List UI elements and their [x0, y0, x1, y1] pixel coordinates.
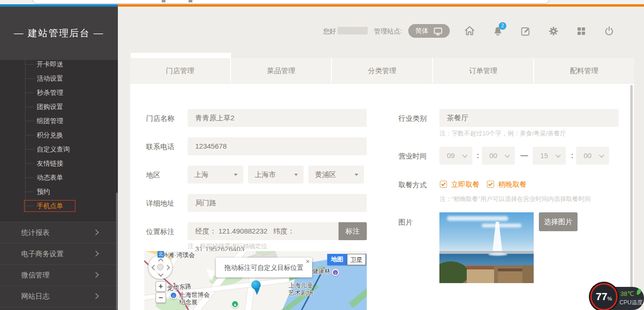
settings-gear-icon[interactable]: [548, 25, 559, 37]
sidebar-item-groupbuy-settings[interactable]: 团购设置: [0, 100, 118, 114]
sidebar-item-custom-query[interactable]: 自定义查询: [0, 142, 118, 156]
sidebar-item-points-exchange[interactable]: 积分兑换: [0, 128, 118, 142]
industry-input[interactable]: 茶餐厅: [439, 109, 619, 127]
open-hour-select[interactable]: 09: [439, 147, 472, 165]
pickup-now-label[interactable]: 立即取餐: [451, 180, 479, 189]
tooltip-close-icon[interactable]: ×: [305, 257, 310, 265]
phone-label: 联系电话: [146, 142, 174, 151]
sidebar-scrollbar[interactable]: [116, 193, 118, 310]
phone-input[interactable]: 12345678: [188, 137, 367, 155]
pan-down-icon[interactable]: [158, 271, 163, 276]
sidebar-section-stats-report[interactable]: 统计报表: [0, 222, 118, 243]
zoom-out-button[interactable]: −: [156, 293, 166, 303]
coordinates-field[interactable]: 经度： 121.490882232 纬度： 31.1952626403: [188, 222, 339, 240]
sidebar-section-ecommerce-settings[interactable]: 电子商务设置: [0, 243, 118, 264]
pickup-later-checkbox[interactable]: [487, 181, 494, 188]
museum-poi-icon: ⌂: [170, 292, 177, 299]
address-input[interactable]: 局门路: [188, 194, 367, 212]
sidebar-section-site-logs[interactable]: 网站日志: [0, 285, 118, 307]
hours-label: 营业时间: [398, 152, 427, 161]
open-minute-select[interactable]: 00: [482, 147, 515, 165]
pickup-now-checkbox[interactable]: [440, 181, 447, 188]
pan-center-knob[interactable]: [157, 264, 164, 270]
sidebar-item-dynamic-forms[interactable]: 动态表单: [0, 170, 118, 184]
industry-note: 注：字数不超过10个字，例：美食/粤菜/茶餐厅: [439, 129, 566, 138]
region-label: 地区: [146, 171, 160, 180]
chevron-right-icon: [93, 251, 99, 257]
map-label-forest: 健康林: [312, 267, 330, 276]
store-name-input[interactable]: 青青原上草2: [188, 109, 367, 127]
chevron-down-icon: [555, 152, 561, 158]
greeting-text: 您好: [323, 27, 336, 36]
image-label: 图片: [398, 218, 413, 227]
browser-address-bar[interactable]: [33, 0, 549, 4]
photo-cloud: [482, 224, 521, 227]
tree-tick: [25, 149, 34, 150]
map-mode-button[interactable]: 地图: [327, 254, 347, 265]
tree-tick: [25, 64, 34, 65]
city-select[interactable]: 上海市: [248, 166, 304, 184]
longitude-label: 经度：: [195, 227, 216, 235]
app-title: — 建站管理后台 —: [0, 7, 118, 60]
language-label: 简体: [415, 27, 429, 35]
industry-label: 行业类别: [398, 114, 427, 123]
sidebar-item-activity-settings[interactable]: 活动设置: [0, 71, 118, 85]
music-poi-icon: ♪: [332, 269, 339, 276]
map-widget[interactable]: 外滩·湾璞会 龙华东路 上海世博会 纪念展 健康林 上海儿童 艺术剧场 ⌂ ▲ …: [144, 251, 367, 310]
sidebar-item-booking[interactable]: 预约: [0, 184, 118, 199]
browser-edge: [0, 0, 644, 4]
home-icon[interactable]: [464, 25, 475, 36]
longitude-value: 121.490882232: [218, 227, 267, 235]
tab-store-management[interactable]: 门店管理: [130, 58, 230, 83]
tree-tick: [25, 135, 34, 135]
tab-order-management[interactable]: 订单管理: [432, 58, 533, 83]
chevron-down-icon: [504, 152, 510, 158]
zoom-in-button[interactable]: +: [156, 281, 166, 292]
pan-left-icon[interactable]: [151, 265, 157, 270]
tree-tick: [25, 177, 34, 178]
check-icon: [488, 182, 493, 186]
active-tab-highlight: [131, 53, 231, 58]
tab-category-management[interactable]: 分类管理: [331, 58, 432, 83]
time-dash: —: [520, 151, 528, 160]
sidebar-item-team-management[interactable]: 组团管理: [0, 114, 118, 128]
north-badge: 北: [157, 251, 164, 258]
content-scrollbar[interactable]: [630, 85, 633, 310]
map-label-expo-2: 纪念展: [179, 298, 198, 307]
tree-tick: [25, 163, 34, 164]
photo-building: [522, 265, 534, 283]
language-pill-button[interactable]: 简体: [408, 24, 450, 38]
satellite-mode-button[interactable]: 卫星: [347, 254, 366, 265]
close-hour-select[interactable]: 15: [533, 147, 566, 165]
pan-up-icon[interactable]: [158, 258, 163, 263]
sidebar-item-card-gift[interactable]: 开卡即送: [0, 57, 118, 71]
district-select[interactable]: 黄浦区: [308, 166, 364, 184]
photo-building: [498, 271, 522, 283]
store-name-label: 门店名称: [146, 114, 174, 123]
map-tooltip-text: 拖动标注可自定义目标位置: [216, 258, 312, 277]
sidebar-item-friend-links[interactable]: 友情链接: [0, 156, 118, 170]
chevron-down-icon: [599, 152, 604, 158]
pickup-later-label[interactable]: 稍晚取餐: [498, 180, 527, 189]
cpu-usage-gauge[interactable]: 77%: [590, 283, 618, 310]
pan-right-icon[interactable]: [165, 265, 170, 270]
cpu-percent-sign: %: [607, 296, 612, 302]
active-item-outline: [24, 200, 75, 212]
map-pan-control[interactable]: [148, 255, 173, 279]
tab-dish-management[interactable]: 菜品管理: [230, 58, 331, 83]
power-icon[interactable]: [603, 25, 615, 37]
sidebar-section-wechat-management[interactable]: 微信管理: [0, 264, 118, 285]
mark-location-button[interactable]: 标注: [339, 222, 367, 240]
map-pin-tail: [254, 288, 260, 295]
apps-grid-icon[interactable]: [576, 25, 587, 37]
close-minute-select[interactable]: 00: [576, 147, 609, 165]
sidebar-item-seckill[interactable]: 秒杀管理: [0, 85, 118, 100]
choose-image-button[interactable]: 选择图片: [539, 212, 578, 231]
tab-ingredient-management[interactable]: 配料管理: [533, 58, 634, 83]
caret-down-icon: [294, 174, 298, 176]
edit-icon[interactable]: [520, 25, 531, 37]
pickup-note: 注：“稍晚取餐”用户可以选择在营业时间内选择取餐时间: [439, 195, 591, 203]
tab-bar: 门店管理 菜品管理 分类管理 订单管理 配料管理: [130, 58, 634, 84]
province-select[interactable]: 上海: [188, 166, 243, 184]
chevron-right-icon: [93, 293, 99, 299]
